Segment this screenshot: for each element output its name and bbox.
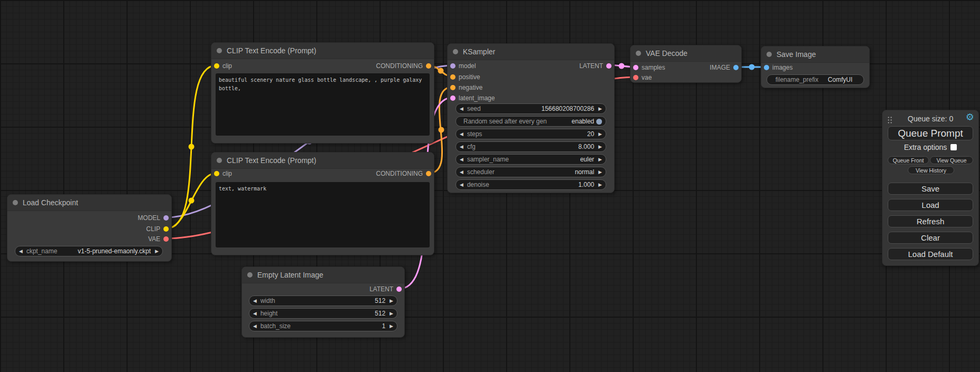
save-button[interactable]: Save	[888, 183, 973, 195]
collapse-dot-icon[interactable]	[247, 272, 253, 278]
node-title-bar[interactable]: Save Image	[761, 46, 869, 63]
height-widget[interactable]: ◀ height 512 ▶	[249, 308, 397, 319]
ckpt-name-widget[interactable]: ◀ ckpt_name v1-5-pruned-emaonly.ckpt ▶	[15, 246, 163, 256]
input-slot-vae[interactable]: vae	[630, 72, 652, 83]
decrement-arrow-icon[interactable]: ◀	[460, 145, 463, 149]
output-slot-conditioning[interactable]: CONDITIONING	[376, 168, 434, 179]
image-output-dot[interactable]	[733, 65, 739, 70]
filename-prefix-widget[interactable]: filename_prefix ComfyUI	[766, 74, 864, 85]
clip-output-dot[interactable]	[163, 226, 169, 232]
collapse-dot-icon[interactable]	[453, 49, 458, 54]
increment-arrow-icon[interactable]: ▶	[598, 170, 602, 175]
output-slot-clip[interactable]: CLIP	[146, 224, 171, 234]
conditioning-output-dot[interactable]	[426, 63, 431, 69]
decrement-arrow-icon[interactable]: ◀	[460, 132, 463, 137]
output-slot-image[interactable]: IMAGE	[710, 62, 741, 73]
node-clip-text-encode-positive[interactable]: CLIP Text Encode (Prompt) clip CONDITION…	[211, 42, 434, 144]
samples-input-dot[interactable]	[633, 65, 638, 70]
collapse-dot-icon[interactable]	[217, 158, 222, 163]
node-vae-decode[interactable]: VAE Decode samples IMAGE vae	[630, 45, 742, 83]
node-clip-text-encode-negative[interactable]: CLIP Text Encode (Prompt) clip CONDITION…	[211, 152, 434, 255]
width-widget[interactable]: ◀ width 512 ▶	[249, 295, 397, 306]
decrement-arrow-icon[interactable]: ◀	[253, 311, 257, 316]
increment-arrow-icon[interactable]: ▶	[598, 157, 602, 162]
clip-input-dot[interactable]	[214, 171, 219, 176]
seed-widget[interactable]: ◀ seed 156680208700286 ▶	[455, 103, 606, 114]
view-history-button[interactable]: View History	[908, 166, 954, 174]
node-title-bar[interactable]: Load Checkpoint	[7, 195, 171, 211]
negative-prompt-textarea[interactable]: text, watermark	[216, 182, 430, 247]
link-midpoint-dot[interactable]	[189, 144, 195, 150]
vae-output-dot[interactable]	[163, 236, 169, 242]
conditioning-output-dot[interactable]	[426, 171, 431, 176]
increment-arrow-icon[interactable]: ▶	[390, 311, 393, 316]
latent-output-dot[interactable]	[606, 63, 612, 69]
output-slot-latent[interactable]: LATENT	[579, 61, 614, 71]
output-slot-vae[interactable]: VAE	[148, 234, 171, 244]
cfg-widget[interactable]: ◀ cfg 8.000 ▶	[455, 141, 606, 152]
decrement-arrow-icon[interactable]: ◀	[460, 183, 463, 187]
input-slot-positive[interactable]: positive	[448, 72, 480, 82]
node-title-bar[interactable]: CLIP Text Encode (Prompt)	[211, 152, 434, 169]
link-midpoint-dot[interactable]	[749, 64, 755, 70]
vae-input-dot[interactable]	[633, 75, 638, 80]
scheduler-widget[interactable]: ◀ scheduler normal ▶	[455, 167, 606, 177]
input-slot-samples[interactable]: samples	[630, 62, 665, 73]
refresh-button[interactable]: Refresh	[888, 215, 973, 227]
negative-input-dot[interactable]	[450, 85, 455, 90]
output-slot-model[interactable]: MODEL	[138, 213, 171, 223]
node-empty-latent-image[interactable]: Empty Latent Image LATENT ◀ width 512 ▶ …	[241, 266, 405, 338]
increment-arrow-icon[interactable]: ▶	[390, 324, 393, 329]
collapse-dot-icon[interactable]	[766, 52, 772, 57]
node-title-bar[interactable]: CLIP Text Encode (Prompt)	[211, 43, 434, 59]
steps-widget[interactable]: ◀ steps 20 ▶	[455, 129, 606, 139]
queue-prompt-button[interactable]: Queue Prompt	[888, 126, 973, 140]
increment-arrow-icon[interactable]: ▶	[598, 145, 602, 149]
model-output-dot[interactable]	[163, 215, 169, 221]
collapse-dot-icon[interactable]	[217, 48, 222, 53]
node-title-bar[interactable]: KSampler	[448, 44, 614, 60]
images-input-dot[interactable]	[764, 65, 769, 70]
input-slot-clip[interactable]: clip	[211, 61, 232, 71]
clear-button[interactable]: Clear	[888, 232, 973, 244]
sampler-name-widget[interactable]: ◀ sampler_name euler ▶	[455, 154, 606, 165]
node-graph-canvas[interactable]: Load Checkpoint MODEL CLIP VAE ◀ ckpt_na…	[0, 0, 980, 372]
increment-arrow-icon[interactable]: ▶	[390, 299, 393, 303]
collapse-dot-icon[interactable]	[13, 200, 18, 205]
settings-gear-icon[interactable]: ⚙	[966, 112, 974, 122]
input-slot-model[interactable]: model	[448, 61, 476, 71]
decrement-arrow-icon[interactable]: ◀	[253, 324, 257, 329]
increment-arrow-icon[interactable]: ▶	[598, 107, 602, 111]
input-slot-images[interactable]: images	[761, 62, 793, 73]
model-input-dot[interactable]	[450, 63, 455, 69]
decrement-arrow-icon[interactable]: ◀	[460, 107, 463, 111]
latent-output-dot[interactable]	[396, 287, 402, 292]
increment-arrow-icon[interactable]: ▶	[155, 249, 159, 254]
node-ksampler[interactable]: KSampler model LATENT positive negative	[447, 43, 615, 193]
output-slot-latent[interactable]: LATENT	[370, 284, 404, 294]
node-title-bar[interactable]: Empty Latent Image	[242, 267, 404, 283]
extra-options-checkbox[interactable]	[950, 144, 957, 150]
toggle-dot-icon[interactable]	[596, 119, 602, 125]
link-midpoint-dot[interactable]	[438, 68, 444, 74]
view-queue-button[interactable]: View Queue	[930, 156, 973, 164]
decrement-arrow-icon[interactable]: ◀	[19, 249, 23, 254]
link-midpoint-dot[interactable]	[189, 198, 195, 204]
positive-prompt-textarea[interactable]: beautiful scenery nature glass bottle la…	[216, 73, 430, 136]
increment-arrow-icon[interactable]: ▶	[598, 132, 602, 137]
queue-front-button[interactable]: Queue Front	[888, 156, 929, 164]
positive-input-dot[interactable]	[450, 74, 455, 80]
latent-image-input-dot[interactable]	[450, 96, 455, 101]
batch-size-widget[interactable]: ◀ batch_size 1 ▶	[249, 321, 397, 331]
increment-arrow-icon[interactable]: ▶	[598, 183, 602, 187]
input-slot-latent-image[interactable]: latent_image	[448, 93, 495, 103]
collapse-dot-icon[interactable]	[636, 51, 641, 56]
node-title-bar[interactable]: VAE Decode	[630, 45, 741, 62]
decrement-arrow-icon[interactable]: ◀	[460, 170, 463, 175]
load-default-button[interactable]: Load Default	[888, 248, 973, 260]
queue-panel[interactable]: Queue size: 0 ⚙ Queue Prompt Extra optio…	[882, 110, 979, 266]
output-slot-conditioning[interactable]: CONDITIONING	[376, 61, 434, 71]
input-slot-clip[interactable]: clip	[211, 168, 232, 179]
link-midpoint-dot[interactable]	[439, 127, 444, 133]
node-load-checkpoint[interactable]: Load Checkpoint MODEL CLIP VAE ◀ ckpt_na…	[7, 194, 172, 262]
